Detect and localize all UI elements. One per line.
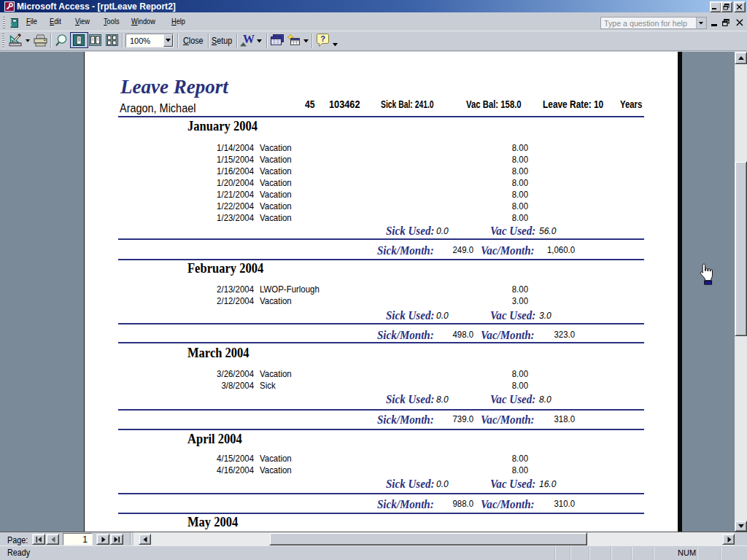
svg-text:?: ? bbox=[320, 34, 325, 43]
